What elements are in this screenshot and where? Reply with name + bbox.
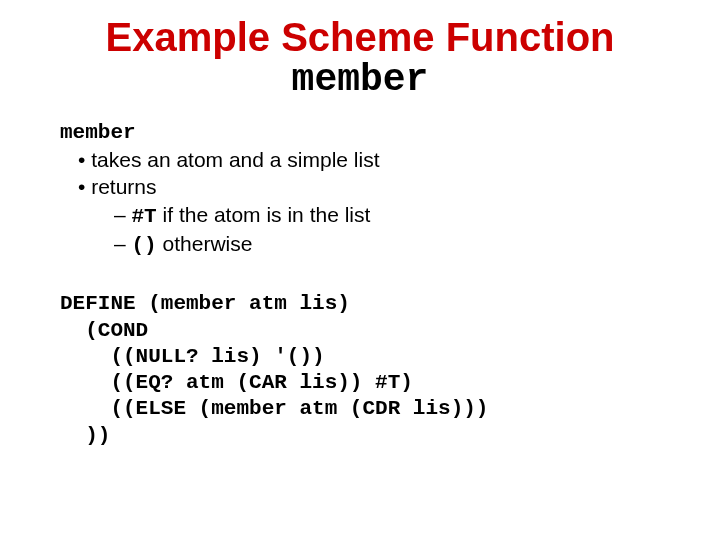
code-line: ((ELSE (member atm (CDR lis))) <box>60 397 488 420</box>
sub-bullet-item: () otherwise <box>114 230 660 259</box>
bullet-text: returns <box>91 175 156 198</box>
description-block: member takes an atom and a simple list r… <box>60 119 660 259</box>
code-line: (COND <box>60 319 148 342</box>
code-block: DEFINE (member atm lis) (COND ((NULL? li… <box>60 291 660 449</box>
code-line: )) <box>60 424 110 447</box>
slide-title: Example Scheme Function member <box>60 15 660 101</box>
sub-bullet-text: otherwise <box>157 232 253 255</box>
code-line: ((NULL? lis) '()) <box>60 345 325 368</box>
title-main: Example Scheme Function <box>60 15 660 59</box>
desc-heading: member <box>60 119 660 146</box>
sub-bullet-text: if the atom is in the list <box>157 203 371 226</box>
bullet-item: returns <box>78 173 660 200</box>
sub-bullet-list: #T if the atom is in the list () otherwi… <box>114 201 660 260</box>
bullet-text: takes an atom and a simple list <box>91 148 379 171</box>
code-line: ((EQ? atm (CAR lis)) #T) <box>60 371 413 394</box>
title-sub: member <box>60 59 660 101</box>
bullet-item: takes an atom and a simple list <box>78 146 660 173</box>
code-line: DEFINE (member atm lis) <box>60 292 350 315</box>
sub-bullet-item: #T if the atom is in the list <box>114 201 660 230</box>
inline-code: #T <box>132 205 157 228</box>
inline-code: () <box>132 234 157 257</box>
bullet-list: takes an atom and a simple list returns … <box>78 146 660 259</box>
